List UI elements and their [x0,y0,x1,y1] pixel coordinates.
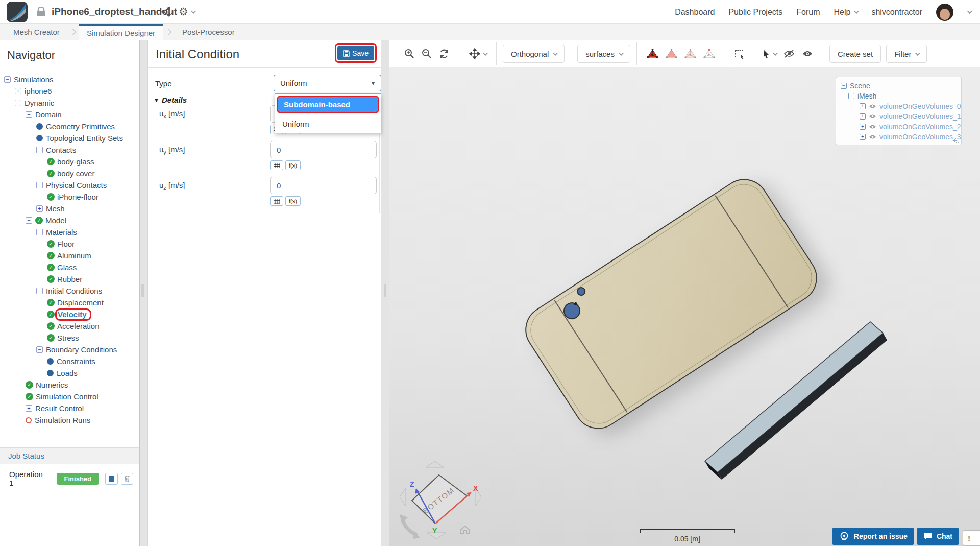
tree-item[interactable]: ✓Glass [0,262,139,273]
tree-item[interactable]: ✓Velocity [0,308,139,320]
nav-forum[interactable]: Forum [796,8,820,17]
tree-item[interactable]: −Materials [0,226,139,238]
expand-icon[interactable]: + [860,103,866,109]
refresh-view-icon[interactable] [435,49,453,59]
tab-simulation-designer[interactable]: Simulation Designer [79,24,163,40]
tree-item[interactable]: ✓Acceleration [0,320,139,332]
table-input-button[interactable] [270,160,283,170]
velocity-z-input[interactable] [270,177,377,194]
collapse-icon[interactable]: − [26,111,32,118]
alert-badge[interactable]: ! [963,530,980,546]
expand-icon[interactable]: + [860,134,866,140]
tree-item[interactable]: ✓Stress [0,332,139,344]
project-settings[interactable]: ⚙ [179,4,194,19]
zoom-out-icon[interactable] [418,49,435,59]
navigation-gizmo[interactable]: BOTTOM Z X Y [396,457,493,544]
scene-volume-row[interactable]: + volumeOnGeoVolumes_2 [841,122,961,132]
delete-job-button[interactable] [121,473,134,485]
tree-item[interactable]: ✓Displacement [0,297,139,308]
tab-mesh-creator[interactable]: Mesh Creator [5,24,68,40]
avatar[interactable] [936,4,953,21]
expand-icon[interactable]: + [860,113,866,120]
tree-item[interactable]: Topological Entity Sets [0,132,139,144]
3d-canvas[interactable]: − Scene − iMesh + volumeOnGeoVolumes_0 +… [389,67,980,546]
tree-item[interactable]: ✓Rubber [0,273,139,285]
nav-help[interactable]: Help [834,8,858,17]
tree-item[interactable]: Constraints [0,355,139,367]
visibility-eye-icon[interactable] [869,134,876,139]
dropdown-option-subdomain[interactable]: Subdomain-based [278,97,378,112]
collapse-icon[interactable]: − [4,76,11,83]
chevron-down-icon[interactable] [967,9,972,14]
tree-item[interactable]: ✓body-glass [0,156,139,168]
tree-item[interactable]: ✓Numerics [0,379,139,391]
edge-select-icon[interactable] [681,49,700,59]
tree-item[interactable]: −Simulations [0,74,139,85]
collapse-icon[interactable]: − [848,93,854,99]
create-set-button[interactable]: Create set [829,45,881,63]
show-all-icon[interactable] [798,50,817,58]
tree-item[interactable]: −✓Model [0,215,139,226]
tree-item[interactable]: +iphone6 [0,85,139,97]
dropdown-option-uniform[interactable]: Uniform [275,115,381,133]
panel-resize-handle[interactable] [141,284,144,297]
tree-item[interactable]: Geometry Primitives [0,121,139,132]
share-icon[interactable] [161,7,171,17]
collapse-icon[interactable]: − [36,229,43,235]
tree-item[interactable]: ✓Aluminum [0,250,139,262]
tree-item[interactable]: ✓iPhone-floor [0,191,139,203]
chat-button[interactable]: Chat [917,528,959,545]
save-button[interactable]: Save [337,46,374,60]
simscale-logo[interactable] [7,2,28,22]
panel-resize-handle[interactable] [384,284,386,297]
nav-public-projects[interactable]: Public Projects [728,8,782,17]
collapse-icon[interactable]: − [15,100,21,106]
tree-item[interactable]: ✓Floor [0,238,139,250]
collapse-icon[interactable]: − [26,217,32,224]
tree-item[interactable]: −Physical Contacts [0,179,139,191]
zoom-in-icon[interactable] [401,49,418,59]
tree-item[interactable]: −Boundary Conditions [0,344,139,355]
scene-mesh-row[interactable]: − iMesh [841,91,961,101]
projection-select[interactable]: Orthogonal [503,45,565,63]
tree-item[interactable]: −Domain [0,109,139,121]
pan-move-icon[interactable] [465,48,490,59]
overlay-resize-handle[interactable] [954,138,960,143]
table-input-button[interactable] [270,196,283,206]
tree-item[interactable]: +Mesh [0,203,139,215]
gear-icon[interactable]: ⚙ [179,4,188,19]
hide-selection-icon[interactable] [780,50,798,58]
stop-job-button[interactable] [105,473,118,485]
tree-item[interactable]: −Initial Conditions [0,285,139,297]
tree-item[interactable]: Loads [0,367,139,379]
pointer-mode-icon[interactable] [760,50,780,58]
tab-post-processor[interactable]: Post-Processor [174,24,243,40]
scene-volume-row[interactable]: + volumeOnGeoVolumes_1 [841,111,961,122]
surface-select-icon[interactable] [662,49,681,59]
report-issue-button[interactable]: Report an issue [832,528,914,545]
tree-item[interactable]: −Contacts [0,144,139,156]
nav-username[interactable]: shivcontractor [871,8,922,17]
velocity-y-input[interactable] [270,141,377,158]
volume-select-solid-icon[interactable] [643,49,662,59]
tree-item[interactable]: Simulation Runs [0,414,139,426]
node-select-icon[interactable] [700,49,719,59]
visibility-eye-icon[interactable] [869,124,876,129]
type-select[interactable]: Uniform ▾ [274,75,381,91]
expand-icon[interactable]: + [860,124,866,130]
tree-item[interactable]: +Result Control [0,402,139,414]
expand-icon[interactable]: + [26,405,32,412]
tree-item[interactable]: ✓Simulation Control [0,391,139,402]
expand-icon[interactable]: + [15,88,21,94]
render-mode-select[interactable]: surfaces [577,45,630,63]
visibility-eye-icon[interactable] [869,104,876,109]
tree-item[interactable]: ✓body cover [0,168,139,179]
expand-icon[interactable]: + [36,205,43,212]
visibility-eye-icon[interactable] [869,114,876,119]
tree-item[interactable]: −Dynamic [0,97,139,109]
scene-root-row[interactable]: − Scene [841,81,961,91]
floor-plank-model[interactable] [699,317,893,488]
box-select-icon[interactable] [731,50,747,57]
collapse-icon[interactable]: − [841,83,847,89]
details-toggle[interactable]: ▼ Details [154,96,187,104]
